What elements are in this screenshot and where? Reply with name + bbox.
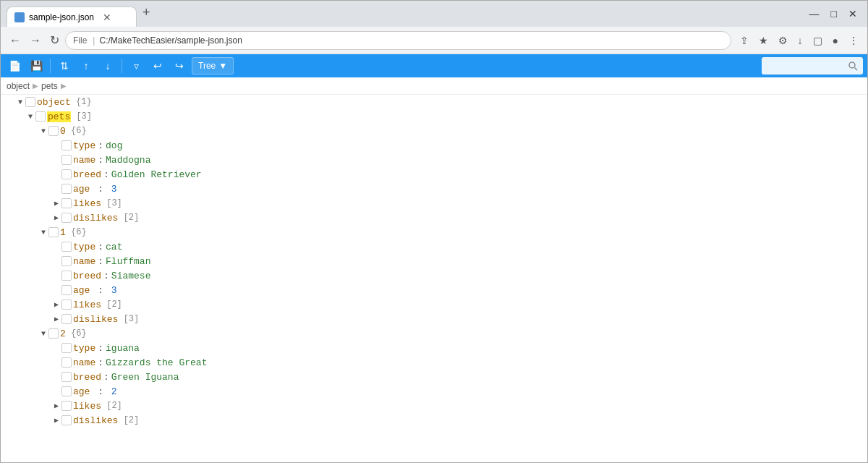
url-bar[interactable]: File | C:/MakeTechEasier/sample-json.jso… <box>65 31 731 50</box>
row-checkbox[interactable] <box>35 111 46 122</box>
row-checkbox[interactable] <box>61 140 72 150</box>
toolbar-new-button[interactable]: 📄 <box>5 56 24 75</box>
colon: : <box>98 357 103 368</box>
key-label: breed <box>73 169 101 180</box>
row-checkbox[interactable] <box>61 401 72 411</box>
table-row: age : 3 <box>1 182 867 196</box>
toolbar-up-button[interactable]: ↑ <box>77 56 95 75</box>
forward-button[interactable]: → <box>27 33 44 48</box>
new-tab-button[interactable]: + <box>140 5 153 20</box>
table-row: 0 {6} <box>1 124 867 138</box>
key-label: breed <box>73 372 101 383</box>
row-checkbox[interactable] <box>61 198 72 208</box>
row-checkbox[interactable] <box>61 213 72 223</box>
key-label: 2 <box>60 328 66 339</box>
row-checkbox[interactable] <box>61 271 72 281</box>
key-label: name <box>73 256 95 267</box>
toolbar-sep-2 <box>122 59 122 73</box>
meta-label: [3] <box>101 198 122 208</box>
collapse-toggle[interactable] <box>51 315 61 323</box>
toolbar-undo-button[interactable]: ↩ <box>148 56 167 75</box>
collapse-toggle[interactable] <box>25 113 35 121</box>
collapse-toggle[interactable] <box>51 213 61 222</box>
active-tab[interactable]: sample-json.json ✕ <box>7 7 137 27</box>
table-row: age : 2 <box>1 384 867 399</box>
maximize-button[interactable]: □ <box>827 7 841 21</box>
collapse-toggle[interactable] <box>51 300 61 309</box>
row-checkbox[interactable] <box>61 343 72 353</box>
collapse-toggle[interactable] <box>51 416 61 425</box>
share-icon[interactable]: ⇪ <box>737 33 752 48</box>
row-checkbox[interactable] <box>61 386 72 396</box>
meta-label: {1} <box>71 97 92 107</box>
tab-close-button[interactable]: ✕ <box>103 12 111 22</box>
table-row: age : 3 <box>1 283 867 297</box>
meta-label: [2] <box>118 213 139 223</box>
row-checkbox[interactable] <box>61 415 72 425</box>
table-row: object {1} <box>1 95 867 109</box>
row-checkbox[interactable] <box>61 314 72 324</box>
collapse-toggle[interactable] <box>38 330 48 338</box>
colon: : <box>92 285 103 296</box>
close-button[interactable]: ✕ <box>844 7 861 21</box>
row-checkbox[interactable] <box>48 227 59 237</box>
key-label: type <box>73 343 95 354</box>
key-label: breed <box>73 271 101 281</box>
refresh-button[interactable]: ↻ <box>47 32 62 48</box>
meta-label: {6} <box>66 126 87 136</box>
table-row: likes [3] <box>1 196 867 211</box>
toolbar-redo-button[interactable]: ↪ <box>170 56 189 75</box>
row-checkbox[interactable] <box>61 169 72 179</box>
menu-icon[interactable]: ⋮ <box>846 33 861 48</box>
breadcrumb-object[interactable]: object <box>7 81 30 91</box>
key-label: pets <box>47 111 71 122</box>
collapse-toggle[interactable] <box>38 229 48 237</box>
row-checkbox[interactable] <box>61 300 72 310</box>
extensions-icon[interactable]: ⚙ <box>775 33 791 48</box>
row-checkbox[interactable] <box>61 256 72 266</box>
value-label: 3 <box>106 184 117 195</box>
view-mode-dropdown[interactable]: Tree ▼ <box>192 57 234 75</box>
row-checkbox[interactable] <box>61 357 72 368</box>
colon: : <box>92 386 103 397</box>
table-row: type : iguana <box>1 341 867 355</box>
bookmark-icon[interactable]: ★ <box>756 33 771 48</box>
minimize-button[interactable]: — <box>805 7 824 21</box>
row-checkbox[interactable] <box>61 184 72 194</box>
row-checkbox[interactable] <box>61 242 72 252</box>
table-row: type : cat <box>1 239 867 254</box>
tab-menu-icon[interactable]: ▢ <box>810 33 825 48</box>
breadcrumb-pets[interactable]: pets <box>41 81 58 91</box>
collapse-toggle[interactable] <box>38 127 48 135</box>
key-label: 0 <box>60 126 66 137</box>
value-label: Fluffman <box>106 256 150 267</box>
collapse-toggle[interactable] <box>15 98 25 106</box>
row-checkbox[interactable] <box>61 155 72 165</box>
toolbar-save-button[interactable]: 💾 <box>27 56 46 75</box>
download-icon[interactable]: ↓ <box>795 33 806 48</box>
meta-label: [2] <box>101 300 122 310</box>
row-checkbox[interactable] <box>48 328 59 339</box>
collapse-toggle[interactable] <box>51 402 61 410</box>
address-icons: ⇪ ★ ⚙ ↓ ▢ ● ⋮ <box>737 33 861 48</box>
back-button[interactable]: ← <box>7 33 24 48</box>
url-protocol: File <box>73 35 87 46</box>
table-row: dislikes [2] <box>1 211 867 225</box>
value-label: Siamese <box>111 271 151 281</box>
toolbar-filter-button[interactable]: ▿ <box>127 56 145 75</box>
browser-window: sample-json.json ✕ + — □ ✕ ← → ↻ File | … <box>0 0 868 463</box>
row-checkbox[interactable] <box>61 285 72 295</box>
table-row: pets [3] <box>1 109 867 124</box>
toolbar-swap-button[interactable]: ⇅ <box>55 56 74 75</box>
row-checkbox[interactable] <box>48 126 59 136</box>
row-checkbox[interactable] <box>25 97 35 107</box>
collapse-toggle[interactable] <box>51 199 61 208</box>
profile-icon[interactable]: ● <box>830 33 841 48</box>
address-bar: ← → ↻ File | C:/MakeTechEasier/sample-js… <box>1 27 867 54</box>
key-label: name <box>73 357 95 368</box>
url-separator: | <box>93 35 95 46</box>
table-row: likes [2] <box>1 297 867 312</box>
toolbar-search-button[interactable] <box>843 57 863 75</box>
row-checkbox[interactable] <box>61 372 72 382</box>
toolbar-down-button[interactable]: ↓ <box>98 56 117 75</box>
